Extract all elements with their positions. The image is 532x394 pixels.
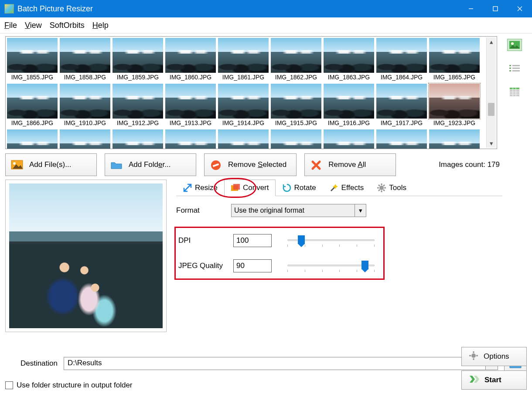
view-thumbnails-button[interactable] <box>507 39 522 51</box>
use-folder-structure-checkbox[interactable] <box>5 381 13 389</box>
thumbnail-item[interactable]: IMG_1912.JPG <box>112 83 164 128</box>
thumbnail-item[interactable] <box>59 129 111 149</box>
jpeg-quality-input[interactable] <box>233 259 272 272</box>
thumbnail-item[interactable]: IMG_1915.JPG <box>270 83 322 128</box>
thumbnail-image <box>270 83 322 119</box>
svg-rect-24 <box>512 65 520 66</box>
thumbnail-item[interactable]: IMG_1917.JPG <box>376 83 427 128</box>
tab-tools[interactable]: Tools <box>370 180 413 196</box>
destination-select[interactable]: D:\Results ▾ <box>64 357 498 370</box>
tab-resize[interactable]: Resize <box>176 180 224 196</box>
view-grid-button[interactable] <box>507 86 522 98</box>
thumbnail-item[interactable] <box>165 129 216 149</box>
start-button[interactable]: Start <box>461 370 527 390</box>
thumbnail-item[interactable]: IMG_1865.JPG <box>429 37 480 82</box>
menu-softorbits[interactable]: SoftOrbits <box>50 21 85 30</box>
thumbnail-item[interactable]: IMG_1862.JPG <box>270 37 322 82</box>
jpeg-quality-label: JPEG Quality <box>178 262 233 270</box>
view-list-button[interactable] <box>507 62 522 75</box>
thumbnail-image <box>218 37 269 73</box>
thumbnail-item[interactable]: IMG_1858.JPG <box>59 37 111 82</box>
gear-icon <box>469 351 478 363</box>
svg-point-33 <box>471 353 476 358</box>
slider-thumb-icon[interactable] <box>298 235 305 244</box>
dpi-input[interactable] <box>233 234 272 247</box>
thumbnail-item[interactable]: IMG_1923.JPG <box>429 83 480 128</box>
remove-all-button[interactable]: Remove All <box>304 153 396 176</box>
tab-convert[interactable]: Convert <box>224 180 276 196</box>
thumbnail-caption: IMG_1865.JPG <box>429 73 480 82</box>
scroll-thumb[interactable] <box>488 103 494 116</box>
add-folder-button[interactable]: Add Folder... <box>105 153 196 176</box>
svg-line-15 <box>379 185 380 186</box>
thumbnail-item[interactable]: IMG_1864.JPG <box>376 37 427 82</box>
thumbnail-image <box>323 129 375 149</box>
add-folder-label: Add Folder... <box>129 160 171 169</box>
thumbnail-item[interactable]: IMG_1916.JPG <box>323 83 375 128</box>
tab-rotate-label: Rotate <box>294 183 316 192</box>
thumbnail-item[interactable] <box>270 129 322 149</box>
thumbnail-item[interactable]: IMG_1910.JPG <box>59 83 111 128</box>
image-icon <box>11 160 23 170</box>
remove-selected-button[interactable]: Remove Selected <box>204 153 297 176</box>
svg-point-20 <box>511 42 514 45</box>
tab-effects[interactable]: Effects <box>323 180 371 196</box>
scroll-up-icon[interactable]: ▴ <box>487 37 496 46</box>
remove-selected-label: Remove Selected <box>228 160 286 169</box>
thumbnail-item[interactable]: IMG_1859.JPG <box>112 37 164 82</box>
thumbnail-caption: IMG_1910.JPG <box>59 119 111 128</box>
options-button[interactable]: Options <box>461 347 527 366</box>
maximize-button[interactable] <box>483 0 508 17</box>
svg-point-5 <box>13 162 16 165</box>
thumbnail-item[interactable]: IMG_1866.JPG <box>7 83 58 128</box>
menu-file[interactable]: File <box>4 21 17 30</box>
thumbnails-scrollbar[interactable]: ▴ ▾ <box>486 37 496 148</box>
thumbnail-image <box>323 37 375 73</box>
thumbnail-item[interactable] <box>376 129 427 149</box>
thumbnail-image <box>165 129 216 149</box>
thumbnail-item[interactable]: IMG_1914.JPG <box>218 83 269 128</box>
scroll-down-icon[interactable]: ▾ <box>487 139 496 148</box>
thumbnail-item[interactable]: IMG_1861.JPG <box>218 37 269 82</box>
menu-help[interactable]: Help <box>92 21 109 30</box>
thumbnail-image <box>218 83 269 119</box>
thumbnail-item[interactable] <box>218 129 269 149</box>
format-label: Format <box>176 206 231 215</box>
close-button[interactable] <box>508 0 532 17</box>
svg-rect-19 <box>509 41 520 49</box>
svg-line-16 <box>383 190 385 191</box>
jpeg-quality-slider[interactable] <box>287 259 375 272</box>
thumbnail-item[interactable] <box>323 129 375 149</box>
thumbnails-panel[interactable]: IMG_1855.JPGIMG_1858.JPGIMG_1859.JPGIMG_… <box>5 36 497 149</box>
dpi-slider[interactable] <box>287 234 375 247</box>
format-value[interactable] <box>231 204 355 217</box>
slider-thumb-icon[interactable] <box>361 261 368 269</box>
format-select[interactable]: ▾ <box>231 204 366 217</box>
thumbnail-image <box>112 129 164 149</box>
svg-line-18 <box>379 190 380 191</box>
thumbnail-caption: IMG_1914.JPG <box>218 119 269 128</box>
preview-image <box>9 183 163 328</box>
thumbnail-item[interactable] <box>7 129 58 149</box>
thumbnail-image <box>429 83 480 119</box>
options-label: Options <box>484 352 509 361</box>
thumbnail-item[interactable]: IMG_1913.JPG <box>165 83 216 128</box>
view-mode-toolbar <box>502 34 527 332</box>
menu-view[interactable]: View <box>25 21 42 30</box>
chevron-down-icon[interactable]: ▾ <box>355 204 366 217</box>
minimize-button[interactable] <box>459 0 483 17</box>
thumbnail-image <box>429 129 480 149</box>
svg-point-10 <box>379 186 384 190</box>
add-files-button[interactable]: Add File(s)... <box>5 153 97 176</box>
thumbnail-item[interactable] <box>429 129 480 149</box>
thumbnail-item[interactable]: IMG_1860.JPG <box>165 37 216 82</box>
thumbnail-item[interactable] <box>112 129 164 149</box>
thumbnail-item[interactable]: IMG_1855.JPG <box>7 37 58 82</box>
thumbnail-item[interactable]: IMG_1863.JPG <box>323 37 375 82</box>
destination-value[interactable]: D:\Results <box>64 357 486 370</box>
svg-rect-1 <box>493 7 498 11</box>
remove-icon <box>210 160 222 170</box>
thumbnail-caption: IMG_1859.JPG <box>112 73 164 82</box>
thumbnail-caption: IMG_1916.JPG <box>323 119 375 128</box>
tab-rotate[interactable]: Rotate <box>276 180 323 196</box>
